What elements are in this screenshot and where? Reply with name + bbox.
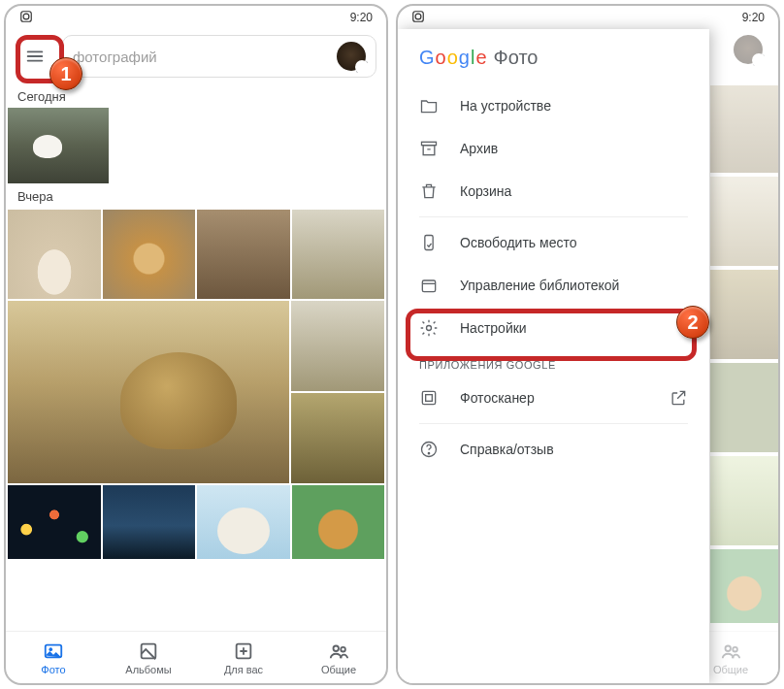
camera-indicator-icon: [411, 10, 425, 26]
drawer-title: Google Фото: [398, 47, 709, 84]
annotation-highlight-2: 2: [406, 309, 697, 361]
photo-thumb[interactable]: [8, 485, 101, 559]
svg-rect-14: [413, 11, 424, 21]
grid-row-3: [6, 485, 386, 559]
svg-rect-24: [426, 395, 433, 402]
phone-left: 9:20 фотографий 1 Сегодня Вчера: [4, 4, 388, 685]
annotation-highlight-1: 1: [16, 35, 64, 83]
photoscan-icon: [419, 388, 439, 408]
divider: [419, 423, 688, 424]
status-time: 9:20: [742, 11, 765, 24]
grid-today: [6, 108, 386, 183]
phone-right: 9:20 Google Фото На устройстве Архив Кор…: [396, 4, 780, 685]
help-icon: [419, 440, 439, 459]
svg-rect-18: [423, 146, 435, 155]
nav-sharing[interactable]: Общие: [291, 632, 386, 683]
menu-label: Справка/отзыв: [460, 442, 554, 457]
search-input[interactable]: фотографий: [62, 35, 376, 78]
photo-thumb[interactable]: [103, 485, 196, 559]
section-yesterday: Вчера: [6, 183, 386, 208]
menu-free-up[interactable]: Освободить место: [398, 221, 709, 264]
photo-thumb[interactable]: [8, 210, 101, 299]
avatar[interactable]: [337, 42, 366, 71]
trash-icon: [419, 181, 439, 201]
menu-trash[interactable]: Корзина: [398, 170, 709, 213]
bottom-nav: Фото Альбомы Для вас Общие: [6, 631, 386, 683]
archive-icon: [419, 139, 439, 158]
menu-label: Освободить место: [460, 235, 577, 250]
menu-label: Управление библиотекой: [460, 278, 619, 293]
svg-line-5: [357, 62, 368, 73]
nav-albums[interactable]: Альбомы: [101, 632, 196, 683]
status-bar: 9:20: [6, 6, 386, 29]
photo-thumb[interactable]: [291, 301, 384, 391]
search-placeholder: фотографий: [73, 49, 327, 65]
svg-point-26: [428, 453, 429, 454]
grid-row-1: [6, 210, 386, 299]
menu-label: На устройстве: [460, 98, 551, 114]
photo-thumb[interactable]: [197, 485, 290, 559]
camera-indicator-icon: [19, 10, 33, 26]
photo-thumb[interactable]: [291, 393, 384, 483]
photo-thumb[interactable]: [292, 210, 385, 299]
annotation-badge-2: 2: [676, 306, 709, 339]
annotation-badge-1: 1: [49, 57, 82, 90]
library-icon: [419, 276, 439, 295]
nav-foryou-label: Для вас: [224, 664, 263, 675]
photo-thumb[interactable]: [197, 210, 290, 299]
nav-foryou[interactable]: Для вас: [196, 632, 291, 683]
drawer-product: Фото: [494, 47, 539, 69]
menu-archive[interactable]: Архив: [398, 127, 709, 170]
status-time: 9:20: [350, 11, 373, 24]
phone-clean-icon: [419, 233, 439, 252]
grid-row-2: [6, 301, 386, 483]
menu-photoscan[interactable]: Фотосканер: [398, 377, 709, 419]
photo-thumb[interactable]: [292, 485, 385, 559]
photo-thumb[interactable]: [8, 108, 109, 183]
svg-point-13: [341, 646, 345, 651]
svg-rect-21: [422, 280, 435, 292]
svg-point-7: [49, 647, 52, 651]
svg-point-15: [415, 14, 421, 19]
menu-label: Архив: [460, 141, 498, 156]
nav-sharing-label: Общие: [321, 664, 356, 675]
sync-off-icon: [354, 59, 370, 75]
folder-icon: [419, 96, 439, 115]
photo-thumb[interactable]: [8, 301, 289, 483]
svg-rect-23: [422, 391, 435, 404]
nav-photos[interactable]: Фото: [6, 632, 101, 683]
external-link-icon: [669, 388, 688, 408]
status-bar: 9:20: [398, 6, 778, 29]
menu-on-device[interactable]: На устройстве: [398, 84, 709, 127]
svg-point-1: [23, 14, 29, 19]
menu-label: Фотосканер: [460, 390, 535, 406]
menu-library-mgmt[interactable]: Управление библиотекой: [398, 264, 709, 307]
nav-albums-label: Альбомы: [125, 664, 171, 675]
svg-rect-20: [425, 236, 433, 250]
menu-help[interactable]: Справка/отзыв: [398, 428, 709, 471]
menu-label: Корзина: [460, 183, 511, 199]
photo-thumb[interactable]: [103, 210, 196, 299]
divider: [419, 216, 688, 217]
svg-rect-0: [21, 11, 32, 21]
svg-point-12: [334, 645, 340, 651]
nav-photos-label: Фото: [41, 664, 65, 675]
